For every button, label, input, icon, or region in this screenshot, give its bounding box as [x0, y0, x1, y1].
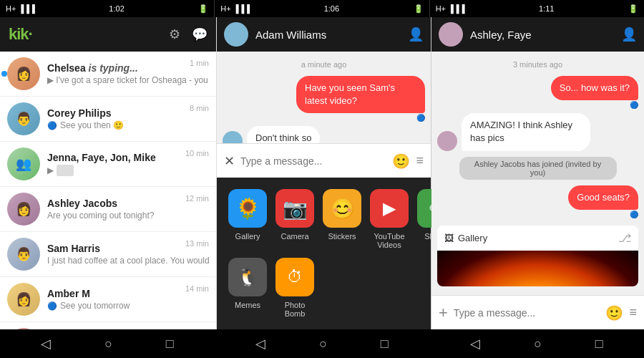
photobomb-label: Photo Bomb: [275, 301, 314, 318]
chat-time-sam: 13 min: [185, 239, 209, 248]
ashley-kik-2: 🔵: [630, 211, 638, 218]
chat-time-ashley: 12 min: [185, 194, 209, 203]
youtube-label: YouTube Videos: [370, 232, 409, 249]
msg-avatar-ashley2: [437, 131, 457, 151]
ashley-bubble-2: AMAZING! I think Ashley has pics: [462, 113, 590, 150]
back-button-2[interactable]: ◁: [255, 336, 265, 352]
status-bar-2: H+ ▐▐▐ 1:06 🔋: [215, 0, 429, 17]
avatar-chelsea: 👩: [7, 57, 40, 90]
ashley-header-name: Ashley, Faye: [470, 29, 614, 41]
close-picker-icon[interactable]: ✕: [224, 153, 235, 169]
home-button-2[interactable]: ○: [319, 337, 327, 352]
media-photobomb[interactable]: ⏱ Photo Bomb: [275, 258, 314, 318]
adam-time-label: a minute ago: [223, 60, 425, 69]
ashley-message-input[interactable]: [454, 307, 600, 319]
battery-1: 🔋: [198, 4, 208, 14]
gallery-card-header: 🖼 Gallery ⎇: [437, 226, 638, 251]
ashley-chat-header: Ashley, Faye 👤: [431, 17, 644, 52]
back-button-3[interactable]: ◁: [470, 336, 480, 352]
nav-bar-1: ◁ ○ □: [0, 329, 215, 358]
chat-preview-group: ▶: [47, 165, 209, 176]
chat-time-amber: 14 min: [185, 284, 209, 293]
gallery-label: Gallery: [235, 232, 260, 241]
ashley-bubble-3: Good seats?: [568, 185, 638, 210]
gallery-share-icon[interactable]: ⎇: [618, 231, 631, 245]
chat-item-ashley[interactable]: 👩 Ashley Jacobs Are you coming out tonig…: [0, 187, 216, 232]
avatar-ashley: 👩: [7, 193, 40, 226]
ashley-emoji-icon[interactable]: 🙂: [605, 304, 623, 321]
adam-profile-icon[interactable]: 👤: [408, 26, 424, 42]
status-bar-3: H+ ▐▐▐ 1:11 🔋: [430, 0, 644, 17]
media-youtube[interactable]: ▶ YouTube Videos: [370, 189, 409, 249]
bubble-1: Have you seen Sam's latest video?: [296, 76, 425, 113]
home-button-1[interactable]: ○: [104, 337, 112, 352]
ashley-bubble-1: So... how was it?: [551, 76, 638, 100]
chat-name-chelsea: Chelsea is typing...: [47, 62, 209, 74]
avatar-corey: 👨: [7, 102, 40, 135]
settings-icon[interactable]: ⚙: [169, 26, 180, 42]
back-button-1[interactable]: ◁: [41, 336, 51, 352]
gallery-card-title: 🖼 Gallery: [444, 233, 487, 243]
status-bars: H+ ▐▐▐ 1:02 🔋 H+ ▐▐▐ 1:06 🔋 H+ ▐▐▐ 1:11 …: [0, 0, 644, 17]
recents-button-2[interactable]: □: [381, 337, 389, 352]
chat-item-corey[interactable]: 👨 Corey Philips 🔵 See you then 🙂 8 min: [0, 97, 216, 142]
camera-icon: 📷: [275, 189, 314, 228]
main-content: kik· ⚙ 💬 👩 Chelsea is typing... ▶ I've g…: [0, 17, 644, 329]
chat-list: 👩 Chelsea is typing... ▶ I've got a spar…: [0, 52, 216, 329]
stickers-label: Stickers: [328, 232, 356, 241]
gallery-icon: 🌻: [228, 189, 267, 228]
media-gallery[interactable]: 🌻 Gallery: [228, 189, 267, 249]
chat-preview-corey: 🔵 See you then 🙂: [47, 120, 209, 130]
adam-avatar: [224, 22, 248, 47]
adam-chat-header: Adam Williams 👤: [217, 17, 431, 52]
adam-message-input[interactable]: [240, 155, 386, 167]
nav-bars: ◁ ○ □ ◁ ○ □ ◁ ○ □: [0, 329, 644, 358]
chat-preview-sam: I just had coffee at a cool place. You w…: [47, 256, 209, 266]
time-3: 1:11: [539, 4, 554, 13]
header-icons: ⚙ 💬: [169, 26, 208, 42]
kik-logo: kik·: [9, 25, 32, 44]
emoji-icon[interactable]: 🙂: [392, 153, 410, 170]
recents-button-1[interactable]: □: [166, 337, 174, 352]
camera-label: Camera: [280, 232, 308, 241]
ashley-input-area: + 🙂 ≡: [431, 295, 644, 329]
chat-item-chelsea[interactable]: 👩 Chelsea is typing... ▶ I've got a spar…: [0, 52, 216, 97]
memes-label: Memes: [235, 301, 260, 309]
kik-status-1: 🔵: [416, 114, 425, 122]
media-stickers[interactable]: 😊 Stickers: [323, 189, 361, 249]
photobomb-icon: ⏱: [275, 258, 314, 296]
chat-item-sam[interactable]: 👨 Sam Harris I just had coffee at a cool…: [0, 232, 216, 277]
sent-kik-indicator-1: Have you seen Sam's latest video? 🔵: [296, 76, 425, 122]
battery-2: 🔋: [414, 4, 424, 14]
compose-icon[interactable]: 💬: [192, 26, 208, 42]
recents-button-3[interactable]: □: [595, 337, 603, 352]
battery-3: 🔋: [628, 4, 638, 14]
more-icon[interactable]: ≡: [416, 153, 424, 168]
ashley-chat-panel: Ashley, Faye 👤 3 minutes ago So... how w…: [431, 17, 644, 329]
chat-time-chelsea: 1 min: [190, 59, 209, 67]
avatar-group: 👥: [7, 147, 40, 180]
media-picker: 🌻 Gallery 📷 Camera 😊 Stickers ▶ YouTube …: [217, 178, 431, 329]
media-camera[interactable]: 📷 Camera: [275, 189, 314, 249]
kik-header: kik· ⚙ 💬: [0, 17, 216, 52]
input-and-picker: ✕ 🙂 ≡ 🌻 Gallery 📷 Camera 😊 Stickers: [217, 143, 431, 329]
ashley-header-avatar: [439, 22, 463, 47]
chat-info-chelsea: Chelsea is typing... ▶ I've got a spare …: [47, 62, 209, 85]
message-row-2: Don't think so: [223, 126, 425, 143]
chat-item-group[interactable]: 👥 Jenna, Faye, Jon, Mike ▶ 10 min: [0, 142, 216, 187]
chat-item-amber[interactable]: 👩 Amber M 🔵 See you tomorrow 14 min: [0, 277, 216, 322]
ashley-profile-icon[interactable]: 👤: [621, 26, 637, 42]
adam-chat-panel: Adam Williams 👤 a minute ago Have you se…: [217, 17, 431, 329]
ashley-more-icon[interactable]: ≡: [629, 305, 637, 320]
unread-dot: [1, 71, 7, 77]
add-media-icon[interactable]: +: [439, 304, 448, 322]
concert-image: [437, 251, 638, 286]
youtube-icon: ▶: [370, 189, 409, 228]
home-button-3[interactable]: ○: [534, 337, 542, 352]
chat-preview-amber: 🔵 See you tomorrow: [47, 301, 209, 311]
chat-preview-chelsea: ▶ I've got a spare ticket for Osheaga - …: [47, 75, 209, 85]
chat-item-jenna[interactable]: 👩 Jenna Green Did you see the trailer? I…: [0, 322, 216, 329]
media-memes[interactable]: 🐧 Memes: [228, 258, 267, 318]
stickers-icon: 😊: [323, 189, 361, 228]
time-2: 1:06: [324, 4, 339, 13]
